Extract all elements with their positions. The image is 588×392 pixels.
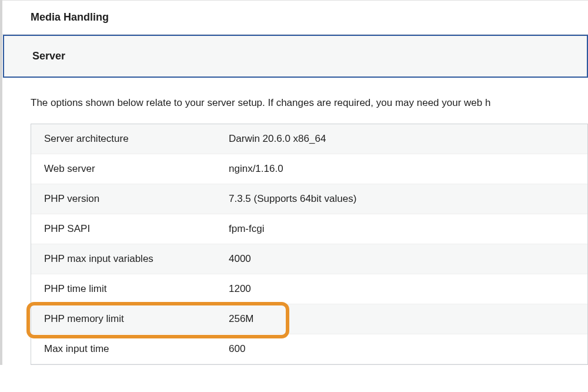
- panel-server[interactable]: Server: [3, 35, 588, 78]
- table-row: Web servernginx/1.16.0: [31, 154, 587, 184]
- table-row: PHP memory limit256M: [31, 304, 587, 334]
- panel-title-server: Server: [32, 50, 563, 62]
- row-label: Max input time: [31, 334, 229, 364]
- row-label: Web server: [31, 154, 229, 184]
- table-row: PHP SAPIfpm-fcgi: [31, 214, 587, 244]
- row-value: 7.3.5 (Supports 64bit values): [229, 184, 356, 214]
- panel-body-server: The options shown below relate to your s…: [2, 78, 588, 365]
- row-label: PHP time limit: [31, 274, 229, 304]
- panel-media-handling[interactable]: Media Handling: [2, 0, 588, 35]
- row-label: PHP version: [31, 184, 229, 214]
- row-value: fpm-fcgi: [229, 214, 264, 244]
- row-label: Server architecture: [31, 124, 229, 154]
- table-row: PHP version7.3.5 (Supports 64bit values): [31, 184, 587, 214]
- row-value: 4000: [229, 244, 251, 274]
- row-label: PHP memory limit: [31, 304, 229, 334]
- row-value: 256M: [229, 304, 254, 334]
- row-value: 1200: [229, 274, 251, 304]
- row-label: PHP max input variables: [31, 244, 229, 274]
- table-row: Max input time600: [31, 334, 587, 364]
- row-value: nginx/1.16.0: [229, 154, 283, 184]
- table-row: Server architectureDarwin 20.6.0 x86_64: [31, 124, 587, 154]
- row-label: PHP SAPI: [31, 214, 229, 244]
- row-value: 600: [229, 334, 245, 364]
- table-row: PHP time limit1200: [31, 274, 587, 304]
- row-value: Darwin 20.6.0 x86_64: [229, 124, 326, 154]
- server-description: The options shown below relate to your s…: [31, 95, 588, 111]
- server-info-table: Server architectureDarwin 20.6.0 x86_64W…: [31, 124, 588, 365]
- panel-title-media-handling: Media Handling: [31, 11, 564, 24]
- table-row: PHP max input variables4000: [31, 244, 587, 274]
